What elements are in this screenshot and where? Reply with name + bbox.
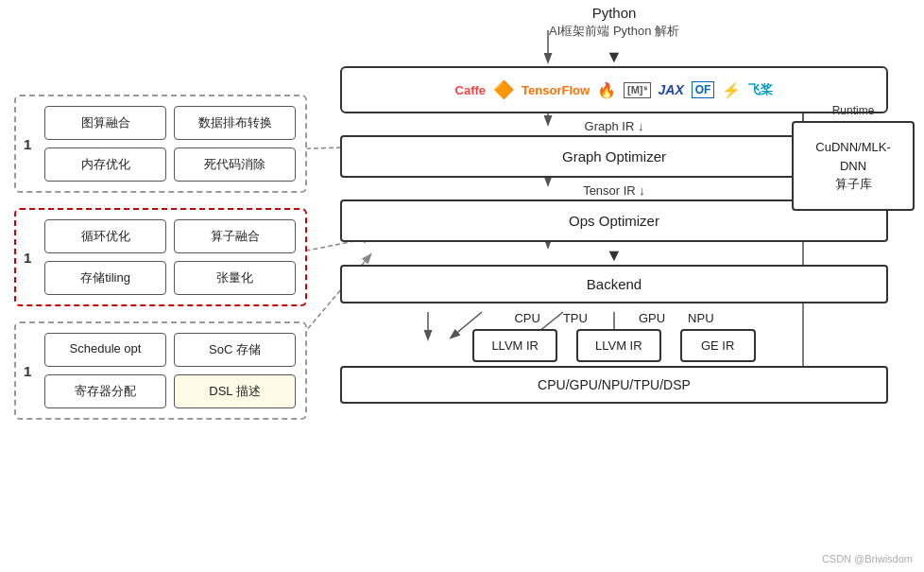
cell-reg-alloc: 寄存器分配 [44, 374, 166, 408]
tensorflow-logo: TensorFlow [522, 83, 590, 97]
module-group-2: 1 循环优化 算子融合 存储tiling 张量化 [14, 208, 307, 306]
cell-mem-tiling: 存储tiling [44, 261, 166, 295]
module-grid-3: Schedule opt SoC 存储 寄存器分配 DSL 描述 [44, 333, 296, 408]
pytorch-icon: 🔥 [597, 81, 616, 99]
runtime-box: CuDNN/MLK-DNN算子库 [792, 121, 915, 211]
python-label: Python [340, 5, 888, 21]
cell-mem-opt: 内存优化 [44, 147, 166, 182]
lightning-icon: ⚡ [722, 81, 741, 99]
cell-schedule-opt: Schedule opt [44, 333, 166, 367]
mxnet-logo: [M]ˢ [624, 82, 651, 98]
ops-to-backend-arrow: ▼ [340, 246, 888, 265]
group-number-2: 1 [24, 250, 31, 266]
cell-quantize: 张量化 [174, 261, 296, 295]
module-group-3: 1 Schedule opt SoC 存储 寄存器分配 DSL 描述 [14, 321, 307, 420]
cell-dead-code: 死代码消除 [174, 147, 296, 182]
tpu-label: TPU [563, 311, 588, 325]
target-row: CPU TPU GPU NPU [340, 311, 888, 325]
cell-graph-fusion: 图算融合 [44, 106, 166, 140]
backend-box: Backend [340, 265, 888, 303]
module-grid-1: 图算融合 数据排布转换 内存优化 死代码消除 [44, 106, 296, 182]
jax-logo: JAX [659, 82, 684, 97]
python-sublabel: AI框架前端 Python 解析 [340, 23, 888, 40]
paddle-logo: 飞桨 [748, 81, 773, 98]
module-group-1: 1 图算融合 数据排布转换 内存优化 死代码消除 [14, 95, 307, 193]
cell-loop-opt: 循环优化 [44, 219, 166, 253]
cell-soc-mem: SoC 存储 [174, 333, 296, 367]
runtime-content: CuDNN/MLK-DNN算子库 [815, 140, 890, 191]
llvm-ir-box-1: LLVM IR [472, 329, 557, 362]
ir-row: LLVM IR LLVM IR GE IR [340, 329, 888, 362]
runtime-panel: Runtime CuDNN/MLK-DNN算子库 [792, 104, 915, 211]
hw-box: CPU/GPU/NPU/TPU/DSP [340, 366, 888, 404]
llvm-ir-box-2: LLVM IR [576, 329, 661, 362]
npu-label: NPU [688, 311, 713, 325]
left-panel: 1 图算融合 数据排布转换 内存优化 死代码消除 1 循环优化 算子融合 存储t… [14, 95, 307, 435]
group-number-1: 1 [24, 136, 31, 152]
module-grid-2: 循环优化 算子融合 存储tiling 张量化 [44, 219, 296, 295]
cpu-label: CPU [514, 311, 539, 325]
ge-ir-box: GE IR [680, 329, 756, 362]
oneflow-logo: OF [692, 81, 715, 98]
python-arrow: ▼ [340, 47, 888, 66]
watermark: CSDN @Briwisdom [822, 553, 913, 564]
cell-op-fusion: 算子融合 [174, 219, 296, 253]
tf-icon: 🔶 [493, 79, 514, 100]
diagram-container: 1 图算融合 数据排布转换 内存优化 死代码消除 1 循环优化 算子融合 存储t… [0, 0, 924, 572]
cell-data-layout: 数据排布转换 [174, 106, 296, 140]
gpu-label: GPU [639, 311, 665, 325]
cell-dsl: DSL 描述 [174, 374, 296, 408]
runtime-label: Runtime [792, 104, 915, 117]
group-number-3: 1 [24, 363, 31, 379]
caffe-logo: Caffe [455, 83, 487, 97]
